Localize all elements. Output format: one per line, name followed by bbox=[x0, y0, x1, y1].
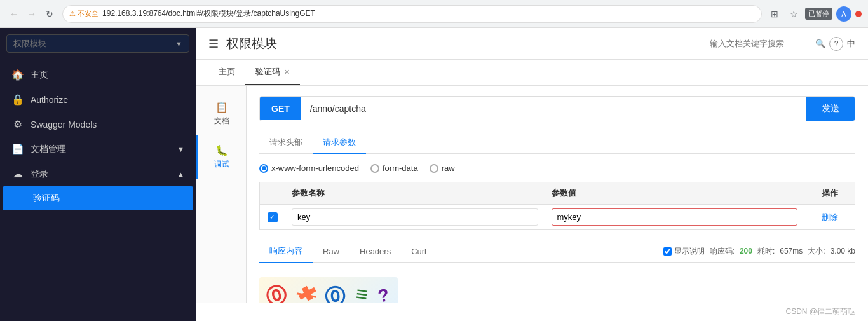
content-header: ☰ 权限模块 🔍 ? 中 bbox=[196, 28, 868, 60]
avatar: A bbox=[836, 6, 851, 22]
sidebar-search[interactable]: ▼ bbox=[6, 34, 189, 53]
radio-form-data[interactable]: form-data bbox=[370, 163, 418, 173]
security-warning: ⚠ 不安全 bbox=[69, 9, 98, 18]
tab-response-curl[interactable]: Curl bbox=[401, 242, 437, 263]
param-value-cell bbox=[545, 205, 804, 230]
url-input[interactable] bbox=[301, 97, 806, 120]
tab-captcha[interactable]: 验证码 ✕ bbox=[245, 60, 300, 85]
sidebar-item-label: Swagger Models bbox=[31, 120, 97, 130]
sidebar-item-login[interactable]: ☁ 登录 ▲ bbox=[0, 161, 196, 186]
sidebar-item-captcha[interactable]: 验证码 bbox=[3, 186, 193, 210]
search-icon[interactable]: 🔍 bbox=[815, 39, 825, 48]
bookmark-icon[interactable]: ☆ bbox=[786, 6, 801, 22]
captcha-image: ⓪ ✖ ⓪ ≡ ? bbox=[259, 277, 398, 303]
translate-icon[interactable]: ⊞ bbox=[767, 6, 782, 22]
tab-request-params[interactable]: 请求参数 bbox=[313, 132, 366, 154]
header-search: 🔍 ? 中 bbox=[710, 37, 855, 51]
param-checkbox[interactable] bbox=[268, 212, 278, 222]
tab-home-label: 主页 bbox=[219, 66, 235, 78]
back-button[interactable]: ← bbox=[6, 6, 22, 22]
send-button[interactable]: 发送 bbox=[806, 97, 855, 121]
sidebar-item-label: 主页 bbox=[31, 69, 48, 81]
show-desc-label[interactable]: 显示说明 bbox=[663, 246, 705, 257]
table-row: 删除 bbox=[260, 205, 855, 230]
help-icon[interactable]: ? bbox=[829, 37, 843, 51]
panel: 📋 文档 🐛 调试 GET 发送 请 bbox=[196, 86, 868, 303]
chevron-down-icon: ▼ bbox=[175, 40, 182, 48]
radio-raw[interactable]: raw bbox=[430, 163, 455, 173]
param-value-input[interactable] bbox=[552, 208, 798, 226]
tab-response-raw[interactable]: Raw bbox=[313, 242, 349, 263]
show-desc-checkbox[interactable] bbox=[663, 247, 672, 256]
resp-code-label: 响应码: bbox=[710, 246, 735, 257]
captcha-char-1: ⓪ bbox=[262, 280, 292, 303]
tab-captcha-label: 验证码 bbox=[255, 66, 280, 78]
captcha-char-4: ≡ bbox=[354, 282, 372, 303]
tab-response-headers[interactable]: Headers bbox=[349, 242, 401, 263]
tab-response-content[interactable]: 响应内容 bbox=[259, 240, 313, 263]
get-bar: GET 发送 bbox=[259, 96, 855, 121]
sidebar-item-label: 登录 bbox=[31, 168, 48, 180]
col-checkbox bbox=[260, 182, 285, 205]
col-action: 操作 bbox=[804, 182, 855, 205]
sidebar-item-label: Authorize bbox=[31, 95, 68, 105]
document-icon: 📄 bbox=[11, 143, 24, 155]
request-tabs: 请求头部 请求参数 bbox=[259, 132, 855, 154]
radio-circle bbox=[430, 164, 438, 173]
sidebar-item-home[interactable]: 🏠 主页 bbox=[0, 62, 196, 87]
captcha-char-2: ✖ bbox=[295, 281, 318, 303]
sidebar: ▼ 🏠 主页 🔒 Authorize ⚙ Swagger Models 📄 文档… bbox=[0, 28, 196, 321]
header-search-input[interactable] bbox=[710, 39, 811, 48]
address-bar[interactable]: ⚠ 不安全 192.168.3.19:8764/doc.html#/权限模块/登… bbox=[62, 5, 762, 23]
radio-circle bbox=[259, 164, 268, 173]
home-icon: 🏠 bbox=[11, 69, 24, 81]
main-layout: ▼ 🏠 主页 🔒 Authorize ⚙ Swagger Models 📄 文档… bbox=[0, 28, 868, 321]
close-icon[interactable]: ✕ bbox=[284, 68, 290, 76]
browser-bar: ← → ↻ ⚠ 不安全 192.168.3.19:8764/doc.html#/… bbox=[0, 0, 868, 28]
tab-home[interactable]: 主页 bbox=[208, 60, 245, 85]
watermark: CSDN @律二萌萌哒 bbox=[196, 303, 868, 321]
sidebar-search-input[interactable] bbox=[13, 39, 172, 48]
left-panel-debug-label: 调试 bbox=[214, 159, 229, 170]
radio-circle bbox=[370, 164, 379, 173]
sidebar-item-doc-manage[interactable]: 📄 文档管理 ▼ bbox=[0, 137, 196, 161]
col-param-value: 参数值 bbox=[545, 182, 804, 205]
param-action-cell: 删除 bbox=[804, 205, 855, 230]
browser-actions: ⊞ ☆ 已暂停 A bbox=[767, 6, 862, 22]
sidebar-item-label: 验证码 bbox=[14, 193, 60, 204]
sidebar-item-swagger-models[interactable]: ⚙ Swagger Models bbox=[0, 112, 196, 137]
captcha-char-5: ? bbox=[377, 284, 393, 303]
language-icon[interactable]: 中 bbox=[847, 38, 855, 50]
url-text: 192.168.3.19:8764/doc.html#/权限模块/登录/capt… bbox=[102, 8, 755, 19]
radio-x-www-form-urlencoded[interactable]: x-www-form-urlencoded bbox=[259, 163, 359, 173]
left-panel-debug[interactable]: 🐛 调试 bbox=[196, 135, 246, 179]
doc-icon: 📋 bbox=[215, 101, 228, 113]
left-panel: 📋 文档 🐛 调试 bbox=[196, 86, 247, 303]
param-name-input[interactable] bbox=[292, 208, 538, 226]
response-meta: 显示说明 响应码: 200 耗时: 657ms 大小: 3.00 kb bbox=[663, 246, 855, 257]
refresh-button[interactable]: ↻ bbox=[42, 6, 57, 22]
tab-request-header[interactable]: 请求头部 bbox=[259, 132, 313, 154]
resp-size-label: 大小: bbox=[808, 246, 825, 257]
col-param-name: 参数名称 bbox=[285, 182, 545, 205]
tabs-row: 主页 验证码 ✕ bbox=[196, 60, 868, 86]
suspended-badge: 已暂停 bbox=[805, 8, 832, 20]
response-code: 200 bbox=[740, 247, 752, 256]
delete-button[interactable]: 删除 bbox=[822, 212, 838, 222]
notification-dot bbox=[855, 11, 862, 17]
hamburger-icon[interactable]: ☰ bbox=[208, 37, 219, 51]
radio-group: x-www-form-urlencoded form-data raw bbox=[259, 163, 855, 173]
chevron-up-icon: ▲ bbox=[177, 170, 184, 178]
left-panel-doc[interactable]: 📋 文档 bbox=[196, 92, 246, 135]
param-name-cell bbox=[285, 205, 545, 230]
debug-icon: 🐛 bbox=[215, 144, 228, 156]
sidebar-menu: 🏠 主页 🔒 Authorize ⚙ Swagger Models 📄 文档管理… bbox=[0, 59, 196, 214]
response-size: 3.00 kb bbox=[831, 247, 855, 256]
sidebar-item-authorize[interactable]: 🔒 Authorize bbox=[0, 87, 196, 112]
params-table: 参数名称 参数值 操作 bbox=[259, 182, 855, 230]
param-checkbox-cell bbox=[260, 205, 285, 230]
forward-button[interactable]: → bbox=[24, 6, 39, 22]
captcha-char-3: ⓪ bbox=[323, 282, 349, 303]
chevron-down-icon: ▼ bbox=[177, 146, 184, 153]
lock-icon: 🔒 bbox=[11, 93, 24, 106]
